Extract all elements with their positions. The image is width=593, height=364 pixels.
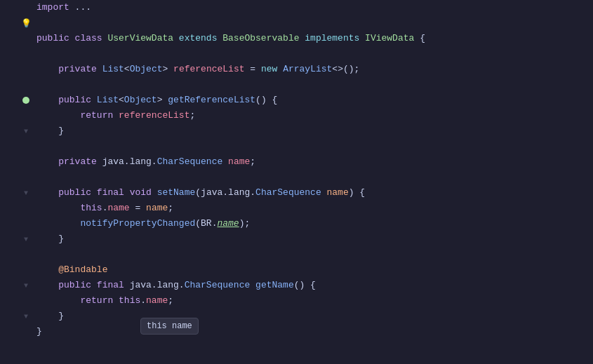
indent xyxy=(36,185,58,201)
code-line: public final java.lang.CharSequence getN… xyxy=(36,278,593,293)
margin-line xyxy=(0,0,35,15)
code-line: } xyxy=(36,309,593,324)
indent xyxy=(36,278,58,293)
token-field: name xyxy=(146,293,168,309)
margin-line xyxy=(0,93,35,108)
token-plain: ; xyxy=(168,201,173,216)
margin-glyph: ▼ xyxy=(21,282,31,290)
code-line: return this.name; xyxy=(36,293,593,309)
token-kw: public xyxy=(58,185,97,201)
token-classname: BaseObservable xyxy=(222,31,299,46)
token-plain: < xyxy=(119,93,124,108)
token-type: ArrayList xyxy=(283,62,332,77)
token-kw: private xyxy=(58,62,102,77)
fold-arrow-icon[interactable]: ▼ xyxy=(24,282,28,290)
code-line: import ... xyxy=(36,0,593,15)
token-classname: UserViewData xyxy=(107,31,173,46)
margin-line xyxy=(0,108,35,123)
token-kw: return xyxy=(80,293,119,309)
token-plain: . xyxy=(140,293,146,309)
indent xyxy=(36,231,58,247)
indent xyxy=(36,309,58,324)
fold-arrow-icon[interactable]: ▼ xyxy=(24,313,28,321)
fold-arrow-icon[interactable]: ▼ xyxy=(24,128,28,135)
token-plain: ); xyxy=(239,216,251,231)
code-line: } xyxy=(36,231,593,247)
code-line xyxy=(36,77,593,93)
token-plain: ... xyxy=(69,0,91,15)
token-method: setName xyxy=(157,185,196,201)
token-plain: ( xyxy=(195,185,201,201)
margin-line xyxy=(0,170,35,185)
code-line xyxy=(36,46,593,62)
margin-line: ▼ xyxy=(0,278,35,293)
token-kw: final xyxy=(97,278,130,293)
code-line xyxy=(36,170,593,185)
token-plain: ( xyxy=(195,216,201,231)
indent xyxy=(36,293,80,309)
margin-line: ▼ xyxy=(0,123,35,139)
indent xyxy=(36,262,58,278)
token-type: List xyxy=(102,62,124,77)
fold-arrow-icon[interactable]: ▼ xyxy=(24,189,28,197)
margin-line: 💡 xyxy=(0,15,35,31)
token-plain: } xyxy=(36,324,42,339)
code-line: private List<Object> referenceList = new… xyxy=(36,62,593,77)
token-plain: java.lang. xyxy=(130,278,185,293)
token-plain: java.lang. xyxy=(201,185,255,201)
fold-arrow-icon[interactable]: ▼ xyxy=(24,236,28,243)
token-plain: ; xyxy=(189,108,195,123)
token-param: name xyxy=(146,201,168,216)
code-content: import ... public class UserViewData ext… xyxy=(35,0,593,364)
token-plain: () { xyxy=(294,278,316,293)
token-plain: = xyxy=(245,62,261,77)
code-line xyxy=(36,247,593,262)
code-line: } xyxy=(36,123,593,139)
token-classname: IViewData xyxy=(365,31,414,46)
margin-line xyxy=(0,46,35,62)
token-kw: public xyxy=(58,93,97,108)
token-plain: < xyxy=(124,62,130,77)
token-kw: final xyxy=(97,185,130,201)
token-method: getName xyxy=(250,278,293,293)
token-type: CharSequence xyxy=(185,278,251,293)
token-kw: public xyxy=(58,278,97,293)
code-line xyxy=(36,139,593,154)
indent xyxy=(36,62,58,77)
token-plain: = xyxy=(130,201,146,216)
token-method: notifyPropertyChanged xyxy=(80,216,195,231)
token-plain: BR. xyxy=(201,216,217,231)
token-kw2: implements xyxy=(299,31,365,46)
token-plain: ; xyxy=(250,154,255,170)
lightbulb-icon: 💡 xyxy=(21,18,31,29)
token-kw: public xyxy=(36,31,75,46)
margin-line: ▼ xyxy=(0,309,35,324)
token-field: name xyxy=(107,201,129,216)
token-kw: import xyxy=(36,0,69,15)
code-line: notifyPropertyChanged(BR.name); xyxy=(36,216,593,231)
margin-glyph: ▼ xyxy=(21,236,31,243)
margin-glyph: ▼ xyxy=(21,128,31,135)
token-kw: void xyxy=(130,185,157,201)
margin-line xyxy=(0,62,35,77)
token-field: referenceList xyxy=(173,62,244,77)
code-line: } xyxy=(36,324,593,339)
margin-line xyxy=(0,31,35,46)
margin-line xyxy=(0,139,35,154)
token-type: Object xyxy=(124,93,157,108)
indent xyxy=(36,93,58,108)
token-plain: > xyxy=(157,93,168,108)
token-param: name xyxy=(321,185,349,201)
token-method: getReferenceList xyxy=(168,93,255,108)
indent xyxy=(36,123,58,139)
code-editor: 💡▼▼▼▼▼ import ... public class UserViewD… xyxy=(0,0,593,364)
breakpoint-icon[interactable] xyxy=(22,97,29,104)
editor-margin: 💡▼▼▼▼▼ xyxy=(0,0,35,364)
code-line: public final void setName(java.lang.Char… xyxy=(36,185,593,201)
margin-line xyxy=(0,154,35,170)
code-line: @Bindable xyxy=(36,262,593,278)
code-line: public class UserViewData extends BaseOb… xyxy=(36,31,593,46)
token-plain: } xyxy=(58,231,64,247)
indent xyxy=(36,154,58,170)
token-plain: } xyxy=(58,123,64,139)
